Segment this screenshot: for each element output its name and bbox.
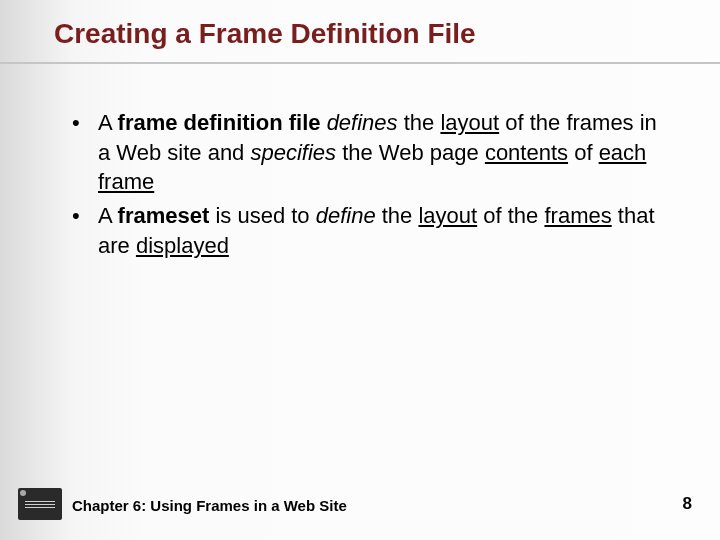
text-segment: defines (327, 110, 398, 135)
text-segment: frame (98, 169, 154, 194)
chapter-label: Chapter 6: Using Frames in a Web Site (72, 497, 347, 514)
text-segment: A (98, 203, 118, 228)
text-segment: layout (418, 203, 477, 228)
text-segment: of (568, 140, 599, 165)
text-segment: the Web page (336, 140, 485, 165)
text-segment: the (376, 203, 419, 228)
text-segment: A (98, 110, 118, 135)
text-segment: layout (440, 110, 499, 135)
slide-title: Creating a Frame Definition File (54, 18, 476, 50)
slide: Creating a Frame Definition File A frame… (0, 0, 720, 540)
text-segment: frame definition file (118, 110, 321, 135)
content-area: A frame definition file defines the layo… (72, 108, 670, 264)
publisher-logo (18, 488, 62, 520)
footer: Chapter 6: Using Frames in a Web Site 8 (0, 486, 720, 520)
text-segment: is used to (209, 203, 315, 228)
text-segment: frameset (118, 203, 210, 228)
text-segment: each (599, 140, 647, 165)
bullet-item: A frameset is used to define the layout … (72, 201, 670, 260)
text-segment: frames (544, 203, 611, 228)
text-segment: contents (485, 140, 568, 165)
bullet-item: A frame definition file defines the layo… (72, 108, 670, 197)
text-segment: specifies (250, 140, 336, 165)
page-number: 8 (683, 494, 692, 514)
text-segment: define (316, 203, 376, 228)
text-segment: of the (477, 203, 544, 228)
text-segment: the (398, 110, 441, 135)
text-segment: displayed (136, 233, 229, 258)
title-underline (0, 62, 720, 64)
